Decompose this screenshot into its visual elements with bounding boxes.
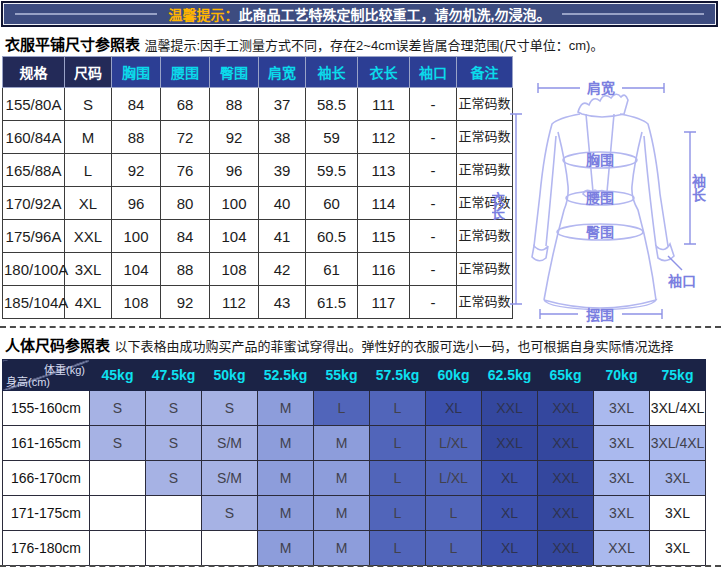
recommended-size-cell: L/XL — [426, 461, 482, 496]
flat-size-col-header: 胸围 — [112, 57, 161, 88]
flat-size-cell: 61 — [306, 253, 358, 286]
flat-size-col-header: 肩宽 — [259, 57, 306, 88]
height-row-label: 155-160cm — [3, 391, 90, 426]
flat-size-col-header: 尺码 — [65, 57, 112, 88]
dashed-separator-bottom — [0, 565, 721, 567]
recommended-size-cell: S — [90, 426, 146, 461]
flat-size-cell: 60.5 — [306, 220, 358, 253]
diagram-label-cuff: 袖口 — [668, 273, 696, 289]
flat-size-col-header: 规格 — [3, 57, 65, 88]
recommended-size-cell: 3XL/4XL — [650, 426, 706, 461]
flat-size-header-row: 规格尺码胸围腰围臀围肩宽袖长衣长袖口备注 — [3, 57, 513, 88]
flat-size-cell: 68 — [161, 88, 210, 121]
recommended-size-cell: S — [90, 391, 146, 426]
diagram-label-shoulder: 肩宽 — [587, 80, 615, 96]
flat-size-row: 155/80AS8468883758.5111-正常码数 — [3, 88, 513, 121]
body-size-row: 161-165cmSSS/MMMLL/XLXXLXXL3XL3XL/4XL — [3, 426, 706, 461]
flat-size-title: 衣服平铺尺寸参照表 — [5, 36, 140, 53]
recommended-size-cell: M — [314, 461, 370, 496]
flat-size-cell: - — [410, 88, 457, 121]
flat-size-cell: 160/84A — [3, 121, 65, 154]
flat-size-cell: 88 — [112, 121, 161, 154]
recommended-size-cell: L — [370, 426, 426, 461]
recommended-size-cell: S — [202, 391, 258, 426]
flat-size-cell: 104 — [210, 220, 259, 253]
flat-size-cell: - — [410, 253, 457, 286]
height-row-label: 166-170cm — [3, 461, 90, 496]
flat-size-table: 规格尺码胸围腰围臀围肩宽袖长衣长袖口备注 155/80AS8468883758.… — [2, 56, 513, 319]
flat-size-cell: 100 — [210, 187, 259, 220]
garment-diagram: 肩宽 胸围 腰围 臀围 衣长 袖长 袖口 摆围 — [492, 74, 720, 326]
recommended-size-cell: 3XL — [650, 496, 706, 531]
recommended-size-cell: L — [370, 461, 426, 496]
diagram-label-bust: 胸围 — [586, 152, 614, 168]
recommended-size-cell: XL — [482, 531, 538, 566]
recommended-size-cell: XXL — [538, 461, 594, 496]
recommended-size-cell — [90, 461, 146, 496]
height-row-label: 176-180cm — [3, 531, 90, 566]
flat-size-cell: 115 — [358, 220, 410, 253]
flat-size-cell: 72 — [161, 121, 210, 154]
flat-size-cell: S — [65, 88, 112, 121]
dashed-separator-top — [0, 326, 721, 328]
flat-size-cell: - — [410, 154, 457, 187]
recommended-size-cell: XL — [426, 391, 482, 426]
recommended-size-cell — [90, 531, 146, 566]
body-size-row: 166-170cmSS/MMMLL/XLXLXXL3XL3XL — [3, 461, 706, 496]
recommended-size-cell: M — [314, 426, 370, 461]
flat-size-cell: 58.5 — [306, 88, 358, 121]
recommended-size-cell: XXL — [538, 496, 594, 531]
corner-weight-label: 体重(kg) — [44, 361, 85, 377]
diagram-label-hip: 臀围 — [586, 224, 614, 240]
recommended-size-cell — [146, 496, 202, 531]
recommended-size-cell: S — [202, 496, 258, 531]
recommended-size-cell: L — [370, 531, 426, 566]
flat-size-cell: - — [410, 121, 457, 154]
recommended-size-cell: M — [258, 391, 314, 426]
flat-size-cell: 84 — [161, 220, 210, 253]
body-size-note: 以下表格由成功购买产品的菲蜜试穿得出。弹性好的衣服可选小一码，也可根据自身实际情… — [114, 339, 673, 354]
recommended-size-cell — [146, 531, 202, 566]
flat-size-cell: 4XL — [65, 286, 112, 319]
flat-size-row: 160/84AM8872923859112-正常码数 — [3, 121, 513, 154]
recommended-size-cell: S — [146, 426, 202, 461]
flat-size-cell: M — [65, 121, 112, 154]
recommended-size-cell: L — [314, 391, 370, 426]
recommended-size-cell: XXL — [538, 391, 594, 426]
recommended-size-cell: L — [370, 391, 426, 426]
flat-size-cell: 92 — [210, 121, 259, 154]
flat-size-cell: 180/100A — [3, 253, 65, 286]
recommended-size-cell: S — [146, 391, 202, 426]
recommended-size-cell: XXL — [594, 531, 650, 566]
recommended-size-cell: XXL — [538, 531, 594, 566]
flat-size-title-line: 衣服平铺尺寸参照表 温馨提示:因手工测量方式不同，存在2~4cm误差皆属合理范围… — [5, 33, 603, 54]
body-size-table: 体重(kg) 身高(cm) 45kg47.5kg50kg52.5kg55kg57… — [2, 359, 706, 566]
recommended-size-cell — [202, 531, 258, 566]
flat-size-row: 180/100A3XL104881084261116-正常码数 — [3, 253, 513, 286]
flat-size-cell: 170/92A — [3, 187, 65, 220]
flat-size-cell: 108 — [112, 286, 161, 319]
body-size-title-line: 人体尺码参照表 以下表格由成功购买产品的菲蜜试穿得出。弹性好的衣服可选小一码，也… — [5, 334, 673, 355]
recommended-size-cell: L/XL — [426, 426, 482, 461]
flat-size-cell: 92 — [161, 286, 210, 319]
weight-col-header: 75kg — [650, 360, 706, 391]
flat-size-row: 175/96AXXL100841044160.5115-正常码数 — [3, 220, 513, 253]
flat-size-cell: 111 — [358, 88, 410, 121]
flat-size-cell: 42 — [259, 253, 306, 286]
banner-text: 温馨提示：此商品工艺特殊定制比较重工，请勿机洗,勿浸泡。 — [169, 4, 551, 24]
flat-size-cell: 100 — [112, 220, 161, 253]
recommended-size-cell: M — [258, 461, 314, 496]
flat-size-cell: 84 — [112, 88, 161, 121]
flat-size-col-header: 臀围 — [210, 57, 259, 88]
recommended-size-cell: M — [258, 496, 314, 531]
corner-height-label: 身高(cm) — [6, 373, 50, 389]
flat-size-cell: 88 — [210, 88, 259, 121]
warning-banner: 温馨提示：此商品工艺特殊定制比较重工，请勿机洗,勿浸泡。 — [1, 1, 718, 27]
flat-size-cell: 155/80A — [3, 88, 65, 121]
recommended-size-cell: XXL — [538, 426, 594, 461]
diagram-label-length: 衣长 — [492, 191, 505, 221]
recommended-size-cell: 3XL — [594, 461, 650, 496]
recommended-size-cell: XL — [482, 461, 538, 496]
flat-size-cell: L — [65, 154, 112, 187]
flat-size-col-header: 腰围 — [161, 57, 210, 88]
